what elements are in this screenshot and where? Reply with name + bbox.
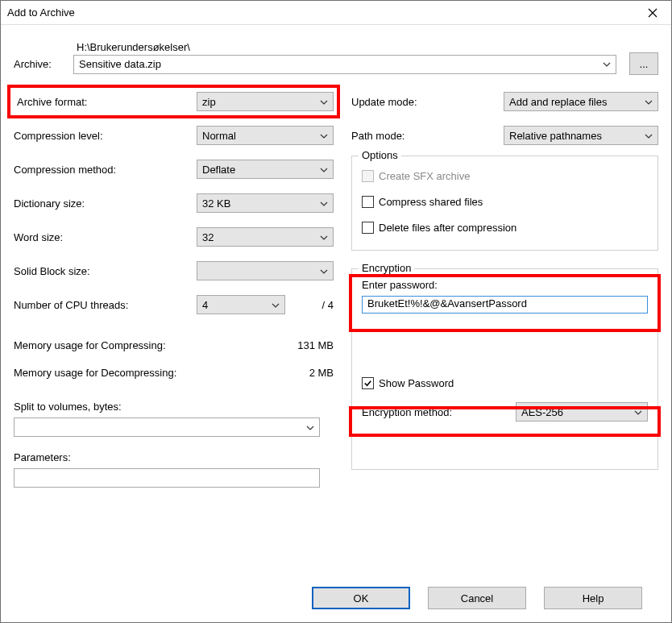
archive-format-row: Archive format: zip <box>7 85 340 118</box>
compression-method-select[interactable]: Deflate <box>197 160 334 179</box>
show-password-checkbox[interactable] <box>362 377 374 389</box>
encryption-method-row: Encryption method: AES-256 <box>362 402 648 422</box>
path-mode-value: Relative pathnames <box>509 130 602 142</box>
encryption-method-value: AES-256 <box>521 406 563 418</box>
archive-stack: H:\Brukerundersøkelser\ Sensitive data.z… <box>73 41 616 74</box>
browse-wrap: ... <box>629 39 658 75</box>
cpu-threads-label: Number of CPU threads: <box>14 299 197 311</box>
mem-compress-label: Memory usage for Compressing: <box>14 339 269 351</box>
mem-compress-value: 131 MB <box>269 339 334 351</box>
encryption-method-select[interactable]: AES-256 <box>516 402 648 422</box>
compression-level-label: Compression level: <box>14 130 197 142</box>
chevron-down-icon <box>320 199 328 208</box>
check-icon <box>363 379 372 388</box>
sfx-checkbox <box>362 170 374 182</box>
sfx-row: Create SFX archive <box>362 163 648 189</box>
compression-method-row: Compression method: Deflate <box>14 152 334 186</box>
word-size-value: 32 <box>202 231 214 243</box>
help-label: Help <box>583 592 604 604</box>
compression-method-label: Compression method: <box>14 164 197 176</box>
archive-format-label: Archive format: <box>14 96 197 108</box>
dictionary-size-select[interactable]: 32 KB <box>197 193 334 213</box>
parameters-input[interactable] <box>18 471 316 485</box>
encryption-fieldset: Encryption Enter password: Show Password… <box>351 268 658 470</box>
word-size-label: Word size: <box>14 231 197 243</box>
browse-label: ... <box>640 58 649 70</box>
dictionary-size-row: Dictionary size: 32 KB <box>14 186 334 220</box>
archive-row: Archive: H:\Brukerundersøkelser\ Sensiti… <box>14 39 658 75</box>
split-volumes-label: Split to volumes, bytes: <box>14 401 334 413</box>
update-mode-label: Update mode: <box>351 96 504 108</box>
compression-level-value: Normal <box>202 130 236 142</box>
mem-decompress-value: 2 MB <box>269 367 334 379</box>
archive-format-value: zip <box>202 96 216 108</box>
chevron-down-icon <box>320 165 328 174</box>
chevron-down-icon <box>320 233 328 242</box>
compression-level-row: Compression level: Normal <box>14 118 334 152</box>
chevron-down-icon <box>634 408 642 417</box>
shared-checkbox[interactable] <box>362 196 374 208</box>
word-size-select[interactable]: 32 <box>197 227 334 247</box>
encryption-legend: Encryption <box>359 262 414 274</box>
encryption-method-label: Encryption method: <box>362 406 516 418</box>
show-password-label: Show Password <box>379 377 454 389</box>
cpu-threads-value: 4 <box>202 299 208 311</box>
password-input[interactable] <box>366 297 644 310</box>
browse-button[interactable]: ... <box>629 52 658 75</box>
content-area: Archive: H:\Brukerundersøkelser\ Sensiti… <box>1 25 671 622</box>
split-volumes-combo[interactable] <box>14 417 320 437</box>
cancel-label: Cancel <box>461 592 493 604</box>
button-bar: OK Cancel Help <box>14 574 658 622</box>
archive-label: Archive: <box>14 45 73 70</box>
cpu-threads-row: Number of CPU threads: 4 / 4 <box>14 288 334 322</box>
columns: Archive format: zip Compression level: N… <box>14 85 658 574</box>
solid-block-size-label: Solid Block size: <box>14 265 197 277</box>
path-mode-select[interactable]: Relative pathnames <box>504 126 658 145</box>
archive-format-select[interactable]: zip <box>197 92 334 111</box>
chevron-down-icon <box>272 301 280 309</box>
archive-filename-combo[interactable]: Sensitive data.zip <box>73 55 616 74</box>
password-input-wrap[interactable] <box>362 296 648 314</box>
path-mode-row: Path mode: Relative pathnames <box>351 118 658 152</box>
show-password-row: Show Password <box>362 370 648 396</box>
chevron-down-icon <box>320 131 328 140</box>
shared-row: Compress shared files <box>362 189 648 214</box>
shared-label: Compress shared files <box>379 196 483 208</box>
parameters-label: Parameters: <box>14 451 334 463</box>
delete-label: Delete files after compression <box>379 222 516 234</box>
word-size-row: Word size: 32 <box>14 220 334 254</box>
right-column: Update mode: Add and replace files Path … <box>348 85 658 574</box>
compression-method-value: Deflate <box>202 164 235 176</box>
ok-button[interactable]: OK <box>312 587 410 609</box>
path-mode-label: Path mode: <box>351 130 504 142</box>
cpu-threads-total: / 4 <box>285 299 334 311</box>
cancel-button[interactable]: Cancel <box>428 587 526 609</box>
left-column: Archive format: zip Compression level: N… <box>14 85 348 574</box>
help-button[interactable]: Help <box>544 587 642 609</box>
options-legend: Options <box>359 149 401 161</box>
chevron-down-icon <box>645 131 653 140</box>
solid-block-size-select <box>197 261 334 280</box>
compression-level-select[interactable]: Normal <box>197 126 334 145</box>
chevron-down-icon <box>603 60 611 69</box>
chevron-down-icon <box>320 267 328 276</box>
options-fieldset: Options Create SFX archive Compress shar… <box>351 156 658 251</box>
update-mode-value: Add and replace files <box>509 96 607 108</box>
chevron-down-icon <box>645 98 653 106</box>
parameters-input-wrap[interactable] <box>14 468 320 488</box>
enter-password-label: Enter password: <box>362 279 648 291</box>
archive-path: H:\Brukerundersøkelser\ <box>73 41 616 53</box>
delete-row: Delete files after compression <box>362 214 648 240</box>
close-button[interactable] <box>634 1 671 25</box>
update-mode-select[interactable]: Add and replace files <box>504 92 658 111</box>
window-title: Add to Archive <box>7 6 75 19</box>
dictionary-size-value: 32 KB <box>202 197 230 210</box>
archive-filename-value: Sensitive data.zip <box>79 58 161 70</box>
cpu-threads-select[interactable]: 4 <box>197 295 285 314</box>
solid-block-size-row: Solid Block size: <box>14 254 334 288</box>
sfx-label: Create SFX archive <box>379 170 470 182</box>
dictionary-size-label: Dictionary size: <box>14 197 197 210</box>
chevron-down-icon <box>306 423 314 432</box>
delete-checkbox[interactable] <box>362 222 374 234</box>
titlebar: Add to Archive <box>1 1 671 25</box>
